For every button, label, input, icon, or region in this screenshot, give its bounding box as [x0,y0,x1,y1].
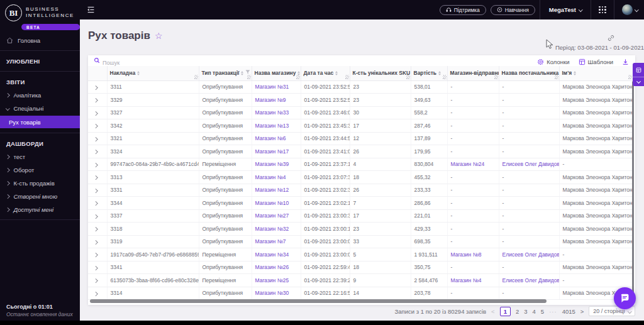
column-resize-handle[interactable] [247,75,251,79]
sidebar-item-created-by-me[interactable]: Створені мною [0,190,80,203]
shop-link[interactable]: Магазин №25 [255,277,289,284]
pagination-ellipsis[interactable]: ··· [549,308,557,315]
shop-link[interactable]: Магазин №6 [255,135,286,141]
expand-row-button[interactable] [94,137,97,141]
copy-link-button[interactable] [607,33,615,45]
shop-link[interactable]: Магазин №34 [255,251,289,258]
shop-link[interactable]: Магазин №27 [255,212,289,219]
supplier-link[interactable]: Елисеев Олег Давидович [502,277,560,284]
sender-link[interactable]: Магазин №24 [451,161,485,167]
column-resize-handle[interactable] [345,75,349,79]
menu-fold-icon[interactable] [87,6,95,14]
expand-row-button[interactable] [94,278,97,282]
column-resize-handle[interactable] [555,75,558,79]
column-header-sku[interactable]: К-сть унікальних SKU [350,66,411,80]
side-toolbar-panel-button[interactable] [633,63,644,77]
supplier-link[interactable]: Елисеев Олег Давидович [502,251,560,258]
sort-icon[interactable] [438,71,441,76]
training-button[interactable]: Навчання [491,5,535,15]
expand-row-button[interactable] [94,98,97,102]
shop-link[interactable]: Магазин №32 [255,226,289,232]
column-resize-handle[interactable] [494,75,498,79]
pagination-page-5[interactable]: 5 [541,308,544,315]
column-header-sender[interactable]: Магазин-відправник [447,66,499,80]
sort-icon[interactable] [335,71,338,76]
expand-row-button[interactable] [94,111,97,115]
training-label: Навчання [505,7,529,13]
sidebar-item-available-to-me[interactable]: Доступні мені [0,203,80,216]
expand-row-button[interactable] [94,124,97,128]
shop-link[interactable]: Магазин №9 [255,97,286,103]
sidebar-item-sales-count[interactable]: К-сть продажів [0,177,80,190]
user-menu[interactable] [614,4,644,15]
shop-link[interactable]: Магазин №31 [255,84,289,90]
vertical-scrollbar[interactable] [632,81,634,298]
sort-icon[interactable] [574,71,576,76]
sidebar-item-analytics[interactable]: Аналітика [0,89,80,102]
cell-shop: Магазин №32 [252,223,301,236]
columns-settings-button[interactable]: Колонки [537,58,569,65]
sidebar-item-turnover[interactable]: Оборот [0,163,80,177]
pagination-next-button[interactable]: > [580,308,584,315]
expand-row-button[interactable] [94,163,97,167]
sidebar-item-test[interactable]: тест [0,150,80,163]
column-resize-handle[interactable] [628,75,632,79]
shop-link[interactable]: Магазин №4 [255,174,286,180]
column-resize-handle[interactable] [296,75,300,79]
column-resize-handle[interactable] [443,75,447,79]
pagination-page-3[interactable]: 3 [524,308,527,315]
side-toolbar-collapse-button[interactable] [633,77,644,86]
shop-link[interactable]: Магазин №7 [255,238,286,245]
brand-logo[interactable]: BI BUSINESS INTELLIGENCE [0,0,80,23]
expand-row-button[interactable] [94,240,97,244]
shop-link[interactable]: Магазин №26 [255,264,289,270]
shop-link[interactable]: Магазин №30 [255,290,289,296]
supplier-link[interactable]: Елисеев Олег Давидович [502,161,560,167]
shop-link[interactable]: Магазин №13 [255,123,289,129]
templates-button[interactable]: Шаблони [579,58,614,65]
pagination-page-1[interactable]: 1 [500,307,511,316]
expand-row-button[interactable] [94,253,97,256]
expand-row-button[interactable] [94,214,97,218]
chat-widget-button[interactable] [614,287,636,309]
sort-icon[interactable] [137,71,140,76]
support-button[interactable]: Підтримка [440,5,486,15]
sort-icon[interactable] [241,71,243,76]
expand-row-button[interactable] [94,227,97,231]
favorite-star-icon[interactable]: ☆ [155,31,163,40]
pagination-page-4015[interactable]: 4015 [562,308,575,315]
column-header-invoice[interactable]: Накладна [107,66,199,80]
shop-link[interactable]: Магазин №39 [255,161,289,167]
column-header-supplier[interactable]: Назва постачальника [499,66,559,80]
column-header-value[interactable]: Вартість [411,66,447,80]
sender-link[interactable]: Магазин №8 [451,251,482,258]
column-header-datetime[interactable]: Дата та час [301,66,350,80]
expand-row-button[interactable] [94,150,97,153]
shop-link[interactable]: Магазин №12 [255,187,289,193]
expand-row-button[interactable] [94,266,97,270]
expand-row-button[interactable] [94,189,97,192]
pagination-page-4[interactable]: 4 [533,308,536,315]
pagination-prev-button[interactable]: < [491,308,495,315]
download-button[interactable] [622,58,629,65]
column-header-shop[interactable]: Назва магазину [252,66,301,80]
shop-link[interactable]: Магазин №17 [255,148,289,155]
column-header-name[interactable]: Ім'я [559,66,633,80]
pagination-page-2[interactable]: 2 [516,308,519,315]
expand-row-button[interactable] [94,292,97,295]
sidebar-item-special[interactable]: Спеціальні [0,102,80,115]
shop-link[interactable]: Магазин №33 [255,109,289,116]
column-resize-handle[interactable] [194,75,198,79]
horizontal-scrollbar[interactable] [90,299,547,303]
sender-link[interactable]: Магазин №4 [451,277,482,284]
expand-row-button[interactable] [94,175,97,179]
sidebar-item-home[interactable]: Головна [0,34,80,47]
column-header-type[interactable]: Тип транзакції [199,66,252,80]
expand-row-button[interactable] [94,85,97,89]
shop-link[interactable]: Магазин №10 [255,200,289,206]
app-launcher-button[interactable] [591,0,613,19]
expand-row-button[interactable] [94,201,97,205]
column-resize-handle[interactable] [406,75,410,79]
workspace-selector[interactable]: MegaTest [540,6,591,13]
sidebar-item-goods-movement-active[interactable]: Рух товарів [0,116,80,128]
